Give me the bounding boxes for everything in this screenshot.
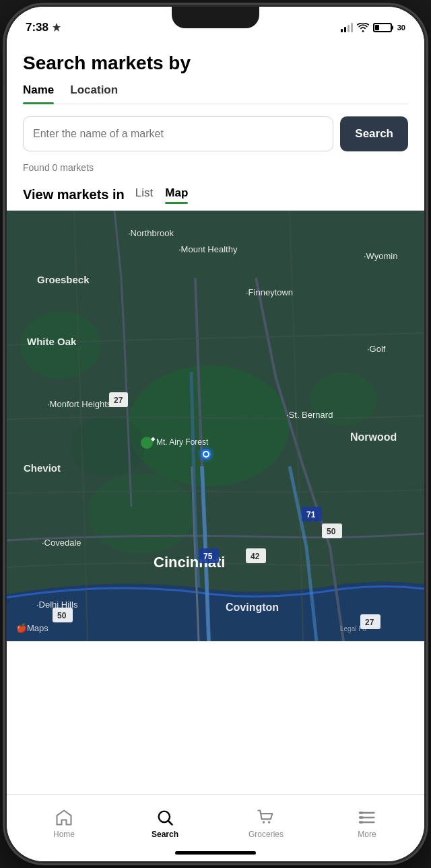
nav-more[interactable]: More <box>343 808 391 839</box>
view-tabs: List Map <box>135 186 188 203</box>
search-input-wrapper <box>23 116 333 151</box>
found-count: Found 0 markets <box>7 162 424 180</box>
signal-icon <box>341 23 353 32</box>
svg-text:Covington: Covington <box>226 602 279 613</box>
search-row: Search <box>23 116 408 151</box>
status-time: 7:38 <box>26 21 61 34</box>
main-tabs: Name Location <box>23 83 408 104</box>
map-svg: ·Northbrook ·Mount Healthy ·Wyomin Groes… <box>7 211 424 641</box>
svg-text:75: 75 <box>203 552 213 561</box>
svg-point-45 <box>263 821 265 824</box>
search-input[interactable] <box>24 117 333 151</box>
svg-text:·St. Bernard: ·St. Bernard <box>286 410 333 420</box>
status-icons: 30 <box>341 23 405 32</box>
svg-text:Groesbeck: Groesbeck <box>37 274 90 285</box>
nav-more-label: More <box>358 830 376 839</box>
svg-text:Legal Fo: Legal Fo <box>340 625 366 632</box>
svg-point-4 <box>88 473 195 554</box>
search-icon <box>156 808 174 827</box>
svg-text:Norwood: Norwood <box>350 431 397 443</box>
wifi-icon <box>357 23 369 32</box>
svg-text:🍎Maps: 🍎Maps <box>16 622 48 634</box>
svg-text:·Covedale: ·Covedale <box>42 538 81 548</box>
header: Search markets by Name Location <box>7 42 424 104</box>
svg-text:27: 27 <box>365 618 374 627</box>
svg-text:·Northbrook: ·Northbrook <box>128 228 174 238</box>
svg-point-1 <box>128 365 290 486</box>
notch <box>172 7 259 28</box>
app-content: Search markets by Name Location Search F… <box>7 42 424 794</box>
page-title: Search markets by <box>23 52 408 74</box>
svg-text:Cheviot: Cheviot <box>24 462 61 474</box>
home-icon <box>55 808 73 827</box>
view-tab-list[interactable]: List <box>135 186 153 203</box>
view-section: View markets in List Map <box>7 180 424 211</box>
nav-groceries[interactable]: Groceries <box>242 808 290 839</box>
list-icon <box>358 808 376 827</box>
svg-point-41 <box>204 452 208 456</box>
svg-text:27: 27 <box>114 396 123 405</box>
nav-home-label: Home <box>53 830 75 839</box>
home-indicator <box>175 851 256 855</box>
svg-text:71: 71 <box>306 510 316 519</box>
search-button[interactable]: Search <box>340 116 408 151</box>
svg-text:50: 50 <box>57 611 67 620</box>
svg-text:·Monfort Heights: ·Monfort Heights <box>47 399 112 409</box>
tab-name[interactable]: Name <box>23 83 54 104</box>
battery-icon <box>373 23 392 32</box>
svg-point-46 <box>268 821 271 824</box>
svg-text:White Oak: White Oak <box>27 336 77 347</box>
nav-search-label: Search <box>152 830 178 839</box>
svg-text:◆: ◆ <box>150 436 156 442</box>
search-section: Search <box>7 104 424 157</box>
battery-level: 30 <box>397 24 405 32</box>
map-container[interactable]: ·Northbrook ·Mount Healthy ·Wyomin Groes… <box>7 211 424 641</box>
svg-text:Mt. Airy Forest: Mt. Airy Forest <box>156 437 209 447</box>
svg-text:·Finneytown: ·Finneytown <box>246 287 293 297</box>
svg-text:50: 50 <box>327 527 336 536</box>
nav-groceries-label: Groceries <box>248 830 284 839</box>
view-label: View markets in <box>23 187 125 203</box>
phone-shell: 7:38 30 <box>7 7 424 861</box>
svg-text:·Golf: ·Golf <box>367 344 386 354</box>
tab-location[interactable]: Location <box>70 83 118 104</box>
nav-search[interactable]: Search <box>141 808 189 839</box>
svg-text:·Wyomin: ·Wyomin <box>364 251 397 261</box>
view-tab-map[interactable]: Map <box>165 186 188 203</box>
svg-text:·Mount Healthy: ·Mount Healthy <box>178 244 238 254</box>
svg-text:42: 42 <box>251 552 260 561</box>
time-display: 7:38 <box>26 21 48 34</box>
nav-home[interactable]: Home <box>40 808 88 839</box>
cart-icon <box>257 808 275 827</box>
